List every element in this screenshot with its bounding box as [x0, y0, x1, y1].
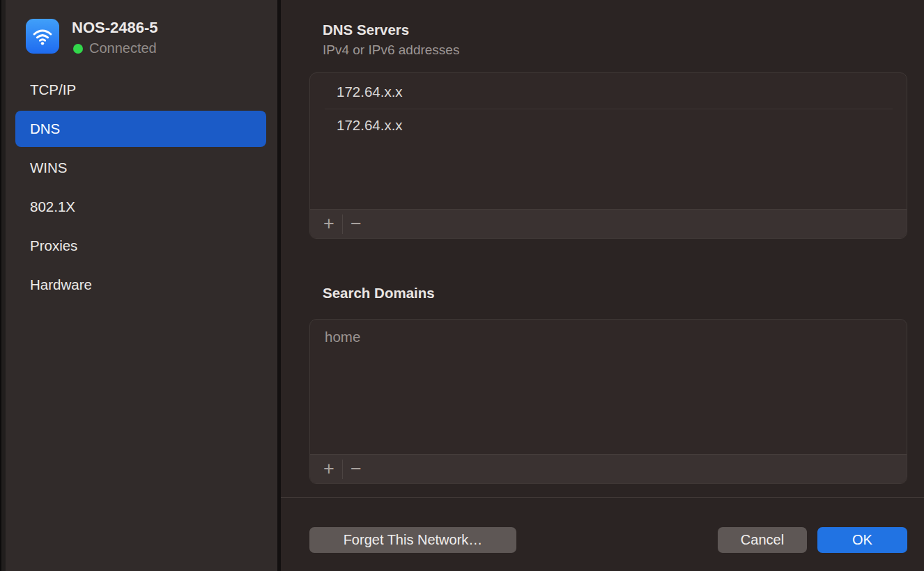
- search-domains-title: Search Domains: [323, 285, 435, 302]
- remove-dns-server-button[interactable]: −: [343, 210, 369, 239]
- dns-server-row[interactable]: 172.64.x.x: [337, 117, 403, 134]
- sidebar-item-8021x[interactable]: 802.1X: [15, 187, 266, 226]
- forget-network-button[interactable]: Forget This Network…: [309, 527, 516, 553]
- sidebar-item-dns[interactable]: DNS: [15, 111, 266, 147]
- sidebar-item-tcpip[interactable]: TCP/IP: [15, 70, 266, 109]
- row-divider: [325, 109, 893, 109]
- sidebar-nav: TCP/IP DNS WINS 802.1X Proxies Hardware: [15, 70, 272, 304]
- window-edge: [0, 0, 6, 571]
- sidebar-item-proxies[interactable]: Proxies: [15, 226, 266, 265]
- content-pane: DNS Servers IPv4 or IPv6 addresses 172.6…: [281, 0, 924, 571]
- search-domains-rows: home: [310, 320, 907, 454]
- wifi-icon: [26, 19, 59, 54]
- network-status: Connected: [73, 40, 157, 56]
- search-domains-listbox: home + −: [309, 319, 907, 484]
- dns-servers-footer: + −: [310, 209, 907, 238]
- sidebar-item-hardware[interactable]: Hardware: [15, 265, 266, 304]
- dns-server-row[interactable]: 172.64.x.x: [337, 84, 403, 100]
- dns-servers-listbox: 172.64.x.x 172.64.x.x + −: [309, 72, 907, 239]
- dns-servers-rows: 172.64.x.x 172.64.x.x: [310, 73, 907, 209]
- cancel-button[interactable]: Cancel: [718, 527, 807, 553]
- ok-button[interactable]: OK: [817, 527, 907, 553]
- search-domain-row[interactable]: home: [325, 329, 360, 345]
- dns-servers-subtitle: IPv4 or IPv6 addresses: [323, 42, 459, 58]
- add-dns-server-button[interactable]: +: [316, 210, 342, 239]
- footer-divider: [281, 497, 924, 498]
- remove-search-domain-button[interactable]: −: [343, 455, 369, 484]
- sidebar-item-wins[interactable]: WINS: [15, 148, 266, 187]
- network-name: NOS-2486-5: [72, 19, 158, 37]
- dns-servers-title: DNS Servers: [323, 22, 409, 38]
- sidebar: NOS-2486-5 Connected TCP/IP DNS WINS 802…: [6, 0, 277, 571]
- add-search-domain-button[interactable]: +: [316, 455, 342, 484]
- connected-status-label: Connected: [89, 40, 157, 56]
- connected-status-dot: [73, 44, 83, 54]
- search-domains-footer: + −: [310, 454, 907, 483]
